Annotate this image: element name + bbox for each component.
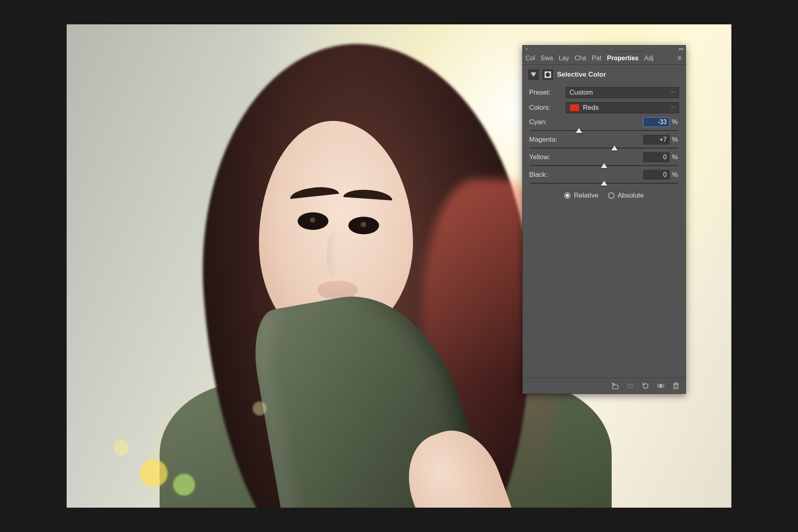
black-input[interactable] <box>643 170 670 180</box>
layer-mask-icon[interactable] <box>543 69 553 80</box>
radio-absolute-label: Absolute <box>618 192 644 200</box>
svg-point-2 <box>546 73 550 77</box>
cyan-input[interactable] <box>643 117 670 127</box>
app-stage: × ◂◂ Col Swa Lay Cha Pat Properties Adj … <box>0 0 798 532</box>
radio-relative-label: Relative <box>574 192 598 200</box>
colors-select[interactable]: Reds ﹀ <box>566 102 679 113</box>
svg-rect-3 <box>612 385 618 389</box>
yellow-label: Yellow: <box>529 153 550 161</box>
collapse-icon[interactable]: ◂◂ <box>678 46 683 51</box>
radio-dot-icon <box>564 192 571 199</box>
yellow-track[interactable] <box>530 165 678 167</box>
tab-adjustments[interactable]: Adj <box>641 52 656 64</box>
preset-label: Preset: <box>529 89 562 97</box>
tab-properties[interactable]: Properties <box>604 52 641 64</box>
svg-rect-10 <box>675 383 677 384</box>
visibility-icon[interactable] <box>657 382 665 390</box>
panel-menu-icon[interactable]: ≡ <box>674 52 685 64</box>
preset-select[interactable]: Custom ﹀ <box>566 87 679 98</box>
radio-relative[interactable]: Relative <box>564 192 598 200</box>
black-label: Black: <box>529 171 547 179</box>
view-previous-state-icon <box>626 382 634 390</box>
panel-body: Preset: Custom ﹀ Colors: Reds ﹀ <box>523 85 685 206</box>
magenta-input[interactable] <box>643 135 670 144</box>
yellow-input[interactable] <box>643 152 670 162</box>
panel-tabs: Col Swa Lay Cha Pat Properties Adj ≡ <box>523 52 685 65</box>
svg-point-5 <box>660 385 662 387</box>
tab-paths[interactable]: Pat <box>589 52 604 64</box>
black-unit: % <box>672 171 679 179</box>
mode-radios: Relative Absolute <box>529 192 679 200</box>
preset-value: Custom <box>569 89 593 97</box>
svg-rect-6 <box>674 384 678 389</box>
slider-magenta: Magenta: % <box>529 135 679 149</box>
trash-icon[interactable] <box>672 382 680 390</box>
magenta-track[interactable] <box>530 148 678 149</box>
color-swatch <box>569 104 580 112</box>
radio-dot-icon <box>608 192 614 199</box>
slider-yellow: Yellow: % <box>529 152 679 167</box>
tab-color[interactable]: Col <box>523 52 538 64</box>
panel-header: Selective Color <box>523 65 685 85</box>
cyan-label: Cyan: <box>529 118 547 126</box>
slider-cyan: Cyan: % <box>529 117 679 132</box>
yellow-thumb[interactable] <box>601 163 607 168</box>
yellow-unit: % <box>672 153 679 161</box>
panel-topbar: × ◂◂ <box>523 45 685 52</box>
cyan-unit: % <box>672 118 679 126</box>
tab-layers[interactable]: Lay <box>556 52 572 64</box>
colors-value: Reds <box>583 104 599 112</box>
chevron-down-icon: ﹀ <box>671 105 676 111</box>
tab-swatches[interactable]: Swa <box>538 52 556 64</box>
colors-label: Colors: <box>529 104 562 112</box>
cyan-track[interactable] <box>530 130 678 132</box>
reset-icon[interactable] <box>642 382 650 390</box>
panel-title: Selective Color <box>557 71 606 79</box>
radio-absolute[interactable]: Absolute <box>608 192 644 200</box>
tab-channels[interactable]: Cha <box>572 52 589 64</box>
clip-to-layer-icon[interactable] <box>611 382 619 390</box>
panel-spacer <box>523 206 685 378</box>
close-icon[interactable]: × <box>525 46 528 52</box>
black-thumb[interactable] <box>601 181 607 186</box>
cyan-thumb[interactable] <box>576 128 582 133</box>
panel-footer <box>523 378 685 394</box>
magenta-unit: % <box>672 136 679 144</box>
svg-marker-0 <box>531 73 536 77</box>
slider-black: Black: % <box>529 170 679 184</box>
selective-color-icon[interactable] <box>528 69 539 80</box>
magenta-label: Magenta: <box>529 136 557 144</box>
properties-panel: × ◂◂ Col Swa Lay Cha Pat Properties Adj … <box>522 45 686 394</box>
black-track[interactable] <box>530 183 678 184</box>
chevron-down-icon: ﹀ <box>671 89 676 96</box>
magenta-thumb[interactable] <box>611 146 618 150</box>
